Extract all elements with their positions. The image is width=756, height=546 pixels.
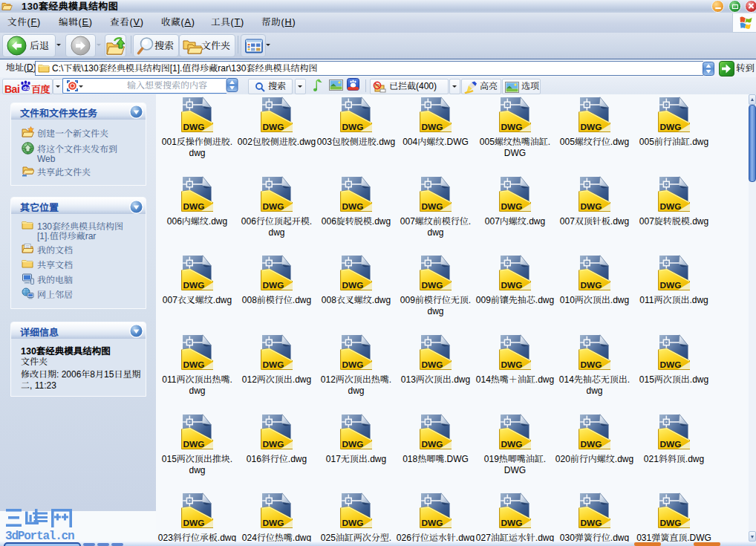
svg-text:du: du — [23, 85, 30, 91]
